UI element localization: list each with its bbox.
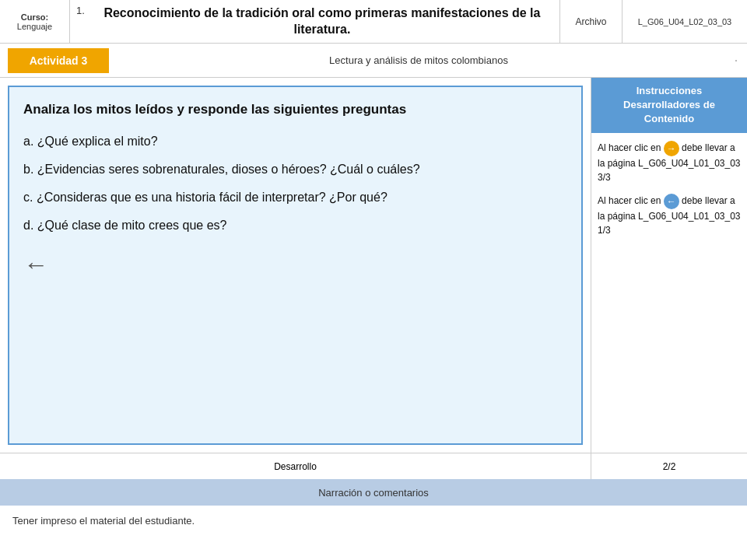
right-sidebar: InstruccionesDesarrolladores deContenido… xyxy=(591,78,747,453)
instrucciones-header: InstruccionesDesarrolladores deContenido xyxy=(591,78,747,133)
narracion-label: Narración o comentarios xyxy=(318,487,429,499)
instruction-2: Al hacer clic en ← debe llevar a la pági… xyxy=(598,194,741,237)
curso-section: Curso: Lenguaje xyxy=(0,0,70,43)
back-arrow-sm-icon: ← xyxy=(664,194,679,209)
lectura-label: Lectura y análisis de mitos colombianos xyxy=(109,54,728,66)
instruction-1: Al hacer clic en → debe llevar a la pági… xyxy=(598,141,741,184)
page-indicator: 2/2 xyxy=(591,453,747,479)
back-arrow-button[interactable]: ← xyxy=(23,250,48,279)
archivo-button[interactable]: Archivo xyxy=(560,0,622,43)
archivo-label: Archivo xyxy=(575,16,606,27)
actividad-badge: Actividad 3 xyxy=(8,48,109,73)
narracion-bar: Narración o comentarios xyxy=(0,479,747,506)
question-c: c. ¿Consideras que es una historia fácil… xyxy=(23,188,567,207)
lesson-number: 1. xyxy=(76,3,85,16)
header: Curso: Lenguaje 1. Reconocimiento de la … xyxy=(0,0,747,44)
instr2-prefix: Al hacer clic en xyxy=(598,195,661,206)
lesson-title: Reconocimiento de la tradición oral como… xyxy=(91,5,553,38)
instr1-prefix: Al hacer clic en xyxy=(598,142,661,153)
content-box: Analiza los mitos leídos y responde las … xyxy=(8,86,583,445)
lenguaje-label: Lenguaje xyxy=(17,22,52,31)
second-row: Actividad 3 Lectura y análisis de mitos … xyxy=(0,44,747,78)
instr2-page: página L_G06_U04_L01_03_03 1/3 xyxy=(598,211,741,236)
title-area: 1. Reconocimiento de la tradición oral c… xyxy=(70,0,560,43)
footer-text: Tener impreso el material del estudiante… xyxy=(12,515,195,527)
desarrollo-label: Desarrollo xyxy=(0,453,591,479)
main-question: Analiza los mitos leídos y responde las … xyxy=(23,100,567,120)
document-code: L_G06_U04_L02_03_03 xyxy=(622,0,747,43)
main-content: Analiza los mitos leídos y responde las … xyxy=(0,78,747,453)
dot-menu-icon[interactable]: · xyxy=(728,54,744,68)
forward-arrow-icon: → xyxy=(664,141,679,156)
instr1-page: página L_G06_U04_L01_03_03 3/3 xyxy=(598,158,741,183)
footer-note: Tener impreso el material del estudiante… xyxy=(0,506,747,536)
curso-label: Curso: xyxy=(21,12,48,22)
question-b: b. ¿Evidencias seres sobrenaturales, dio… xyxy=(23,160,567,179)
instrucciones-body: Al hacer clic en → debe llevar a la pági… xyxy=(591,133,747,254)
bottom-bar: Desarrollo 2/2 xyxy=(0,453,747,479)
question-a: a. ¿Qué explica el mito? xyxy=(23,132,567,151)
question-d: d. ¿Qué clase de mito crees que es? xyxy=(23,216,567,235)
instrucciones-title: InstruccionesDesarrolladores deContenido xyxy=(623,85,715,124)
left-panel: Analiza los mitos leídos y responde las … xyxy=(0,78,591,453)
